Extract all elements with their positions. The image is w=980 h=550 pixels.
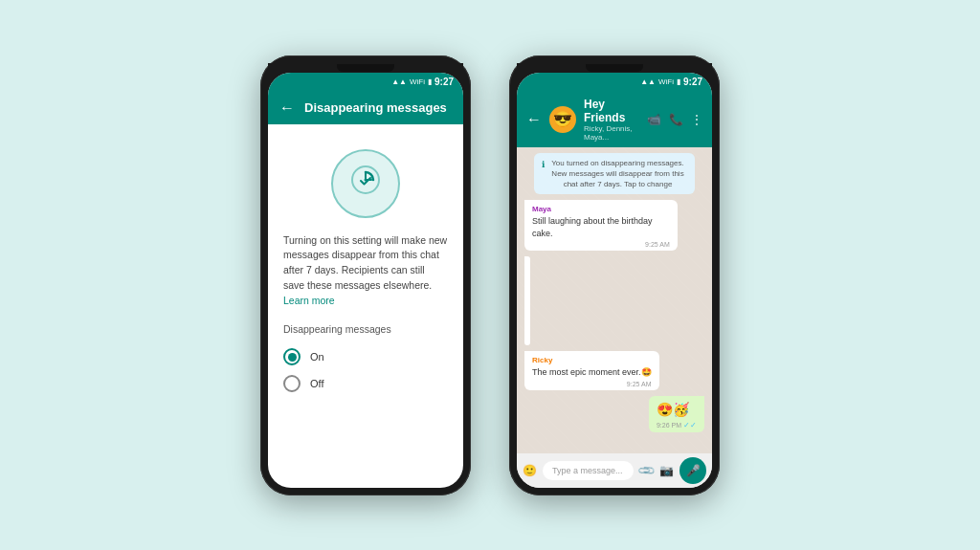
- phone-1-status-bar: ▲▲ WiFi ▮ 9:27: [268, 73, 463, 92]
- phone-2-status-bar: ▲▲ WiFi ▮ 9:27: [517, 73, 712, 92]
- chat-bar-info: Hey Friends Ricky, Dennis, Maya...: [584, 98, 639, 142]
- radio-on-label: On: [310, 351, 324, 363]
- chat-bar-icons: 📹 📞 ⋮: [647, 113, 702, 126]
- chat-name: Hey Friends: [584, 98, 639, 124]
- description-text: Turning on this setting will make new me…: [283, 233, 448, 309]
- message-ricky: Ricky The most epic moment ever.🤩 9:25 A…: [524, 351, 659, 390]
- chat-body: ℹ You turned on disappearing messages. N…: [517, 147, 712, 453]
- radio-off[interactable]: Off: [283, 375, 448, 392]
- system-message: ℹ You turned on disappearing messages. N…: [534, 153, 695, 195]
- chat-members: Ricky, Dennis, Maya...: [584, 124, 639, 142]
- maya-sender: Maya: [532, 205, 670, 213]
- emoji-icon[interactable]: 🙂: [523, 464, 537, 477]
- system-msg-icon: ℹ: [542, 159, 545, 171]
- radio-off-outer[interactable]: [283, 375, 301, 392]
- timer-icon: [348, 163, 383, 204]
- signal-icon: ▲▲: [391, 77, 407, 86]
- ricky-sender: Ricky: [532, 356, 652, 364]
- phone-2-notch: [586, 64, 643, 72]
- ricky-time: 9:25 AM: [532, 381, 652, 387]
- phone-2-top-bar: [517, 63, 712, 73]
- chat-input-bar: 🙂 Type a message... 📎 📷 🎤: [517, 453, 712, 488]
- radio-on[interactable]: On: [283, 348, 448, 365]
- app-bar-title-p1: Disappearing messages: [304, 100, 452, 115]
- phone-1-time: 9:27: [434, 77, 454, 87]
- cake-image-bubble: 9:45 AM: [524, 256, 530, 345]
- read-receipts: ✓✓: [683, 421, 697, 429]
- battery-icon: ▮: [428, 77, 432, 86]
- video-call-icon[interactable]: 📹: [647, 113, 661, 126]
- phone-1-notch: [337, 64, 394, 72]
- phone-1-app-bar: ← Disappearing messages: [268, 92, 463, 124]
- chat-app-bar: ← 😎 Hey Friends Ricky, Dennis, Maya... 📹…: [517, 92, 712, 147]
- phone-2-status-icons: ▲▲ WiFi ▮ 9:27: [640, 77, 702, 87]
- phone-1-status-icons: ▲▲ WiFi ▮ 9:27: [391, 77, 454, 87]
- section-label: Disappearing messages: [283, 323, 448, 335]
- phone-2: ▲▲ WiFi ▮ 9:27 ← 😎 Hey Friends Ricky, De…: [509, 55, 720, 495]
- camera-icon[interactable]: 📷: [659, 464, 674, 477]
- ricky-text: The most epic moment ever.🤩: [532, 366, 652, 379]
- back-button-p1[interactable]: ←: [279, 99, 295, 117]
- message-input[interactable]: Type a message...: [543, 461, 634, 480]
- battery-icon-2: ▮: [677, 77, 680, 86]
- phone-1-top-bar: [268, 63, 463, 73]
- timer-icon-wrapper: [283, 140, 448, 222]
- radio-on-inner: [288, 353, 297, 362]
- timer-circle: [331, 149, 400, 218]
- mic-button[interactable]: 🎤: [679, 457, 706, 484]
- back-button-p2[interactable]: ←: [526, 111, 542, 128]
- message-outgoing: 😍🥳 9:26 PM ✓✓: [649, 396, 704, 433]
- phone-1: ▲▲ WiFi ▮ 9:27 ← Disappearing messages: [260, 55, 471, 495]
- maya-text: Still laughing about the birthday cake.: [532, 215, 670, 239]
- outgoing-time: 9:26 PM ✓✓: [657, 421, 697, 429]
- menu-icon[interactable]: ⋮: [691, 113, 702, 126]
- maya-time: 9:25 AM: [532, 241, 670, 248]
- radio-off-label: Off: [310, 378, 323, 389]
- phone-2-screen: ▲▲ WiFi ▮ 9:27 ← 😎 Hey Friends Ricky, De…: [517, 73, 712, 488]
- radio-on-outer[interactable]: [283, 348, 301, 365]
- outgoing-text: 😍🥳: [657, 401, 697, 420]
- phone-1-content: Turning on this setting will make new me…: [268, 124, 463, 488]
- phone-2-time: 9:27: [683, 77, 702, 87]
- wifi-icon-2: WiFi: [658, 77, 674, 86]
- phones-container: ▲▲ WiFi ▮ 9:27 ← Disappearing messages: [260, 55, 720, 495]
- phone-1-screen: ▲▲ WiFi ▮ 9:27 ← Disappearing messages: [268, 73, 463, 488]
- radio-group: On Off: [283, 348, 448, 392]
- attach-icon[interactable]: 📎: [636, 460, 657, 480]
- learn-more-link[interactable]: Learn more: [283, 295, 335, 306]
- chat-avatar: 😎: [549, 106, 576, 133]
- voice-call-icon[interactable]: 📞: [669, 113, 683, 126]
- signal-icon-2: ▲▲: [640, 77, 656, 86]
- wifi-icon: WiFi: [410, 77, 425, 86]
- message-maya: Maya Still laughing about the birthday c…: [524, 200, 678, 251]
